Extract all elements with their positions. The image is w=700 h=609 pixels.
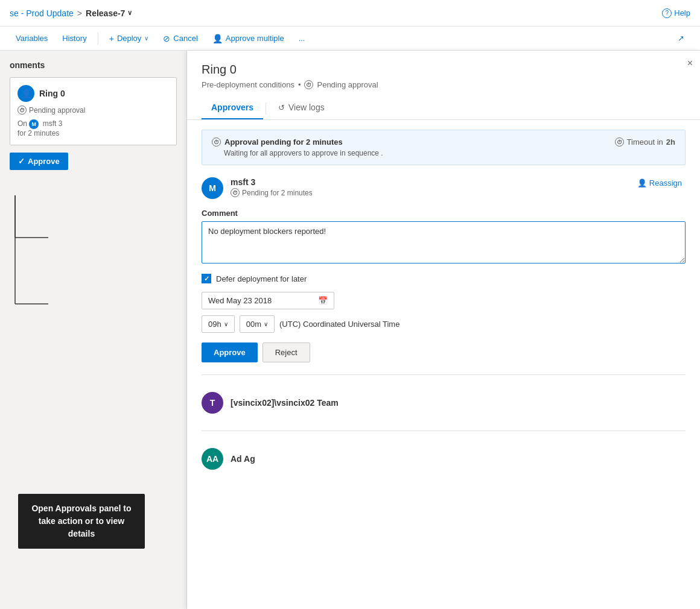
panel-title: Ring 0 — [202, 63, 686, 77]
banner-subtitle: Waiting for all approvers to approve in … — [224, 149, 383, 157]
top-bar: se - Prod Update > Release-7 ∨ ? Help — [0, 0, 700, 27]
banner-right: ⏱ Timeout in 2h — [615, 137, 675, 147]
expand-icon: ↗ — [678, 34, 684, 43]
reassign-button[interactable]: 👤 Reassign — [634, 177, 686, 189]
person-icon: 👤 — [21, 89, 31, 98]
subtitle-clock-icon: ⏱ — [304, 80, 313, 89]
action-buttons: Approve Reject — [202, 342, 686, 362]
approver-avatar: M — [202, 177, 223, 199]
panel-tabs: Approvers ↻ View logs — [202, 98, 686, 119]
reassign-person-icon: 👤 — [637, 178, 647, 188]
ring-meta: On M msft 3 for 2 minutes — [18, 119, 169, 137]
time-row: 09h ∨ 00m ∨ (UTC) Coordinated Universal … — [202, 315, 686, 333]
main-container: onments 👤 Ring 0 ⏱ Pending approval On M… — [0, 51, 700, 609]
secondary-approver-vsincix: T [vsincix02]\vsincix02 Team — [202, 385, 686, 421]
banner-clock-icon: ⏱ — [212, 137, 221, 147]
hour-select[interactable]: 09h ∨ — [202, 315, 235, 333]
breadcrumb-current[interactable]: Release-7 ∨ — [86, 8, 132, 18]
right-panel: × Ring 0 Pre-deployment conditions • ⏱ P… — [187, 51, 700, 609]
info-banner: ⏱ Approval pending for 2 minutes Waiting… — [202, 130, 686, 165]
ring-card-name: Ring 0 — [39, 89, 65, 98]
defer-label: Defer deployment for later — [216, 274, 307, 283]
ring-card-header: 👤 Ring 0 — [18, 85, 169, 102]
approve-multiple-button[interactable]: 👤 Approve multiple — [206, 31, 290, 46]
help-circle-icon: ? — [662, 8, 672, 18]
adag-name: Ad Ag — [231, 454, 255, 464]
reject-action-button[interactable]: Reject — [262, 342, 310, 362]
panel-close-button[interactable]: × — [687, 58, 693, 69]
ring-avatar-icon: 👤 — [18, 85, 34, 102]
refresh-icon: ↻ — [278, 103, 285, 112]
ring-card[interactable]: 👤 Ring 0 ⏱ Pending approval On M msft 3 … — [10, 77, 177, 145]
defer-checkbox-row[interactable]: ✓ Defer deployment for later — [202, 274, 686, 283]
banner-left: ⏱ Approval pending for 2 minutes Waiting… — [212, 137, 383, 157]
breadcrumb-parent[interactable]: se - Prod Update — [10, 8, 74, 18]
breadcrumb-sep: > — [77, 8, 82, 18]
variables-button[interactable]: Variables — [10, 31, 54, 46]
section-divider — [202, 374, 686, 375]
deploy-chevron-icon: ∨ — [144, 35, 148, 42]
calendar-icon: 📅 — [318, 296, 328, 305]
vsincix-name: [vsincix02]\vsincix02 Team — [231, 398, 339, 408]
tab-view-logs[interactable]: ↻ View logs — [269, 98, 334, 119]
date-input[interactable]: Wed May 23 2018 📅 — [202, 292, 334, 309]
chevron-down-icon: ∨ — [127, 9, 132, 17]
pending-clock-icon: ⏱ — [231, 188, 240, 197]
banner-title: ⏱ Approval pending for 2 minutes — [212, 137, 383, 147]
expand-button[interactable]: ↗ — [672, 31, 690, 46]
approve-check-icon: ✓ — [18, 157, 25, 166]
approver-row: M msft 3 ⏱ Pending for 2 minutes 👤 Reass… — [202, 177, 686, 199]
msft-badge: M — [29, 119, 39, 129]
cancel-button[interactable]: ⊘ Cancel — [157, 31, 203, 46]
vsincix-avatar: T — [202, 392, 223, 414]
help-link[interactable]: ? Help — [662, 8, 690, 18]
tab-divider — [266, 103, 266, 115]
min-chevron-icon: ∨ — [264, 321, 268, 327]
banner-timeout-clock-icon: ⏱ — [615, 137, 624, 147]
plus-icon: + — [109, 34, 114, 43]
secondary-approver-adag: AA Ad Ag — [202, 441, 686, 477]
approve-action-button[interactable]: Approve — [202, 342, 258, 362]
adag-avatar: AA — [202, 448, 223, 470]
clock-status-icon: ⏱ — [18, 106, 27, 115]
minute-select[interactable]: 00m ∨ — [240, 315, 275, 333]
left-panel: onments 👤 Ring 0 ⏱ Pending approval On M… — [0, 51, 187, 609]
checkmark-icon: ✓ — [204, 275, 209, 283]
left-panel-title: onments — [10, 60, 177, 70]
tab-approvers[interactable]: Approvers — [202, 98, 263, 119]
toolbar-divider — [98, 33, 98, 45]
comment-label: Comment — [202, 209, 686, 218]
panel-body: ⏱ Approval pending for 2 minutes Waiting… — [187, 120, 700, 487]
timezone-label: (UTC) Coordinated Universal Time — [279, 320, 399, 329]
more-button[interactable]: ... — [293, 31, 311, 46]
deploy-button[interactable]: + Deploy ∨ — [103, 31, 155, 46]
tooltip-box: Open Approvals panel to take action or t… — [18, 494, 145, 549]
history-button[interactable]: History — [56, 31, 92, 46]
hour-chevron-icon: ∨ — [224, 321, 228, 327]
toolbar: Variables History + Deploy ∨ ⊘ Cancel 👤 … — [0, 27, 700, 51]
ring-status: ⏱ Pending approval — [18, 106, 169, 115]
left-approve-button[interactable]: ✓ Approve — [10, 153, 68, 170]
approver-pending: ⏱ Pending for 2 minutes — [231, 188, 626, 197]
breadcrumb: se - Prod Update > Release-7 ∨ — [10, 8, 132, 18]
person-multiple-icon: 👤 — [212, 34, 223, 43]
approver-info: msft 3 ⏱ Pending for 2 minutes — [231, 177, 626, 197]
panel-header: Ring 0 Pre-deployment conditions • ⏱ Pen… — [187, 51, 700, 120]
defer-checkbox[interactable]: ✓ — [202, 274, 211, 283]
panel-subtitle: Pre-deployment conditions • ⏱ Pending ap… — [202, 80, 686, 89]
subtitle-dot: • — [298, 80, 301, 89]
approver-name: msft 3 — [231, 177, 626, 187]
cancel-icon: ⊘ — [163, 34, 170, 43]
comment-textarea[interactable]: No deployment blockers reported! — [202, 221, 686, 263]
section-divider-2 — [202, 431, 686, 431]
